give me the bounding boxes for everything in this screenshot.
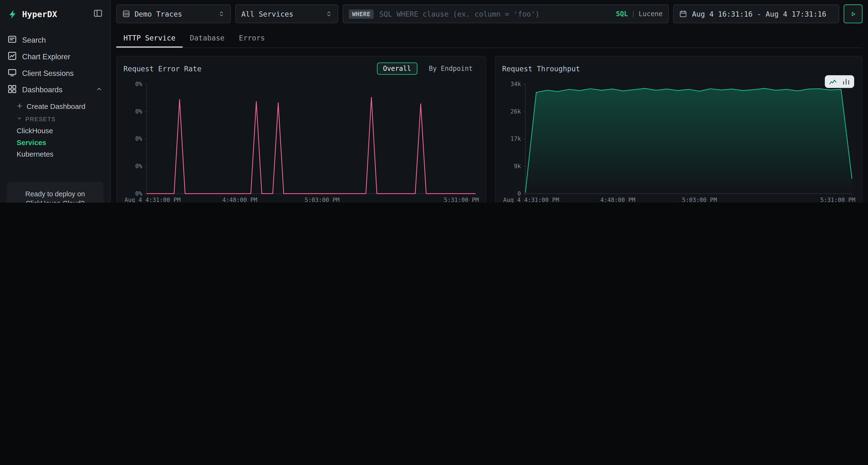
svg-text:5:31:00 PM: 5:31:00 PM: [820, 197, 855, 203]
svg-text:0%: 0%: [135, 163, 143, 170]
tab-database[interactable]: Database: [183, 30, 231, 47]
source-select-value: Demo Traces: [134, 10, 214, 18]
query-language-switch[interactable]: SQL | Lucene: [616, 10, 663, 18]
presets-toggle[interactable]: PRESETS: [17, 113, 110, 125]
preset-item-services[interactable]: Services: [17, 137, 110, 148]
search-input[interactable]: [378, 9, 612, 19]
language-divider: |: [631, 10, 635, 18]
error-rate-toggle: Overall By Endpoint: [377, 62, 479, 75]
dashboard-content: Request Error Rate Overall By Endpoint 0…: [111, 48, 868, 203]
svg-text:5:31:00 PM: 5:31:00 PM: [444, 197, 479, 203]
sidebar: HyperDX Search Chart Explorer Client Ses…: [0, 0, 111, 203]
svg-text:5:03:00 PM: 5:03:00 PM: [305, 197, 340, 203]
sidebar-item-search[interactable]: Search: [0, 32, 110, 48]
search-icon: [8, 34, 17, 45]
by-endpoint-toggle-button[interactable]: By Endpoint: [423, 62, 479, 75]
dashboards-submenu: Create Dashboard PRESETS ClickHouse Serv…: [0, 100, 110, 160]
panel-title: Request Throughput: [502, 64, 855, 72]
chart-bar-icon[interactable]: [842, 77, 850, 86]
svg-text:34k: 34k: [510, 81, 521, 88]
time-range-picker[interactable]: Aug 4 16:31:16 - Aug 4 17:31:16: [673, 4, 839, 23]
overall-toggle-button[interactable]: Overall: [377, 62, 417, 75]
main-area: Demo Traces All Services WHERE SQL | Luc…: [111, 0, 868, 203]
app-window: HyperDX Search Chart Explorer Client Ses…: [0, 0, 868, 203]
hyperdx-logo-icon: [8, 9, 18, 19]
presets-label: PRESETS: [26, 115, 56, 122]
svg-text:17k: 17k: [510, 135, 521, 142]
chart-line-icon[interactable]: [829, 77, 837, 86]
tab-errors[interactable]: Errors: [232, 30, 272, 47]
preset-item-clickhouse[interactable]: ClickHouse: [17, 125, 110, 137]
svg-text:0%: 0%: [135, 135, 143, 142]
chevrons-updown-icon: [218, 10, 225, 18]
plus-icon: [17, 102, 23, 110]
svg-text:0%: 0%: [135, 108, 143, 115]
create-dashboard-label: Create Dashboard: [27, 102, 85, 110]
collapse-sidebar-icon: [94, 9, 102, 20]
client-sessions-icon: [8, 68, 17, 78]
sidebar-item-label: Dashboards: [22, 86, 62, 94]
service-select[interactable]: All Services: [235, 4, 338, 23]
svg-text:26k: 26k: [510, 108, 521, 115]
svg-text:5:03:00 PM: 5:03:00 PM: [682, 197, 717, 203]
chart-type-toolbar: [825, 75, 854, 88]
dashboards-icon: [8, 84, 17, 95]
svg-text:Aug 4 4:31:00 PM: Aug 4 4:31:00 PM: [125, 197, 181, 203]
sidebar-item-label: Chart Explorer: [22, 52, 70, 61]
collapse-sidebar-button[interactable]: [94, 9, 102, 20]
chevron-down-icon: [17, 115, 22, 122]
create-dashboard-button[interactable]: Create Dashboard: [17, 100, 110, 113]
sidebar-header: HyperDX: [0, 0, 110, 26]
svg-text:4:48:00 PM: 4:48:00 PM: [600, 197, 635, 203]
sidebar-nav: Search Chart Explorer Client Sessions Da…: [0, 32, 110, 160]
dashboard-tabs: HTTP Service Database Errors: [116, 30, 863, 48]
service-select-value: All Services: [241, 10, 321, 18]
calendar-icon: [679, 10, 687, 18]
run-query-button[interactable]: [844, 4, 863, 23]
sidebar-item-chart-explorer[interactable]: Chart Explorer: [0, 48, 110, 65]
source-select[interactable]: Demo Traces: [116, 4, 231, 23]
chevrons-updown-icon: [326, 10, 332, 18]
where-badge: WHERE: [349, 9, 374, 19]
throughput-chart[interactable]: 34k26k17k9k0Aug 4 4:31:00 PM4:48:00 PM5:…: [502, 80, 856, 203]
database-icon: [122, 10, 130, 18]
svg-text:0%: 0%: [135, 190, 143, 197]
svg-text:9k: 9k: [514, 163, 521, 170]
promo-text-line1: Ready to deploy on: [12, 190, 98, 199]
time-range-value: Aug 4 16:31:16 - Aug 4 17:31:16: [692, 10, 826, 18]
sidebar-item-label: Client Sessions: [22, 69, 74, 77]
sidebar-item-client-sessions[interactable]: Client Sessions: [0, 65, 110, 81]
svg-text:0: 0: [518, 190, 521, 197]
sidebar-item-dashboards[interactable]: Dashboards: [0, 81, 110, 98]
preset-item-kubernetes[interactable]: Kubernetes: [17, 148, 110, 160]
request-throughput-panel: Request Throughput 34k26k17k9k0Aug 4 4:3…: [495, 56, 863, 203]
tab-http-service[interactable]: HTTP Service: [116, 30, 183, 47]
app-title: HyperDX: [22, 9, 89, 19]
error-rate-chart[interactable]: 0%0%0%0%0%Aug 4 4:31:00 PM4:48:00 PM5:03…: [123, 80, 480, 203]
request-error-rate-panel: Request Error Rate Overall By Endpoint 0…: [116, 56, 486, 203]
lucene-mode-label[interactable]: Lucene: [639, 10, 663, 18]
chevron-up-icon: [96, 86, 102, 94]
clickhouse-cloud-promo: Ready to deploy on ClickHouse Cloud? Get…: [7, 182, 104, 203]
sidebar-item-label: Search: [22, 36, 46, 44]
promo-text-line2: ClickHouse Cloud?: [12, 199, 98, 203]
play-icon: [850, 11, 856, 17]
sql-mode-label[interactable]: SQL: [616, 10, 628, 18]
topbar: Demo Traces All Services WHERE SQL | Luc…: [111, 0, 868, 27]
svg-text:4:48:00 PM: 4:48:00 PM: [222, 197, 257, 203]
where-search-box[interactable]: WHERE SQL | Lucene: [343, 4, 669, 23]
chart-explorer-icon: [8, 51, 17, 62]
panel-title: Request Error Rate: [123, 64, 377, 72]
svg-text:0%: 0%: [135, 81, 143, 88]
svg-text:Aug 4 4:31:00 PM: Aug 4 4:31:00 PM: [503, 197, 559, 203]
